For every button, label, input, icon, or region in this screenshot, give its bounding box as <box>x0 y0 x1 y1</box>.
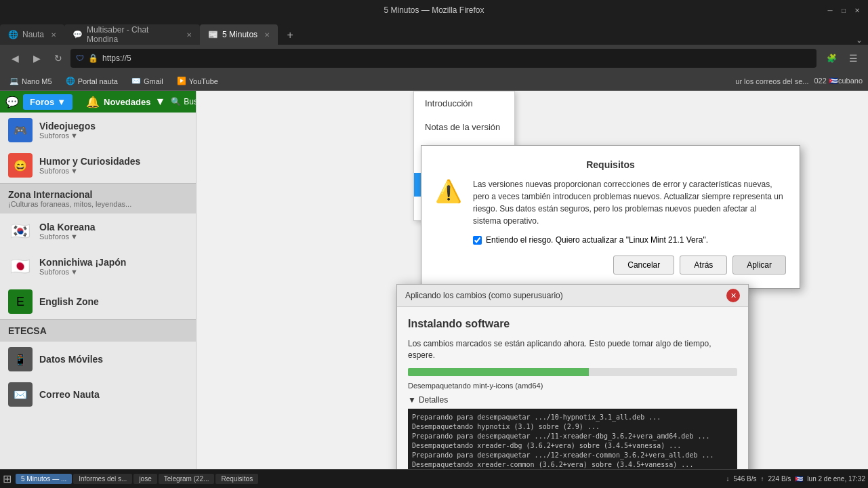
tab-multisaber-close[interactable]: ✕ <box>186 31 192 39</box>
konnichiwa-info: Konnichiwa ¡Japón Subforos ▼ <box>39 257 188 276</box>
url-text: https://5 <box>102 54 131 63</box>
page-content: Introducción Notas de la versión Caracte… <box>197 91 868 469</box>
datos-moviles-icon: 📱 <box>8 347 33 371</box>
details-chevron-icon: ▼ <box>408 395 416 405</box>
tab-overflow-button[interactable]: ⌄ <box>856 35 863 45</box>
english-zone-info: English Zone <box>39 296 188 307</box>
details-label: Detalles <box>419 395 448 405</box>
konnichiwa-title: Konnichiwa ¡Japón <box>39 257 188 268</box>
videojuegos-title: Videojuegos <box>39 121 188 131</box>
requisitos-apply-button[interactable]: Aplicar <box>732 256 786 274</box>
forward-button[interactable]: ▶ <box>27 49 46 68</box>
warning-icon: ⚠️ <box>435 178 462 245</box>
forum-icon: 💬 <box>5 96 19 108</box>
maximize-button[interactable]: □ <box>838 5 849 16</box>
forum-humor[interactable]: 😄 Humor y Curiosidades Subforos ▼ <box>0 148 196 183</box>
tab-5minutos-label: 5 Minutos <box>222 30 257 39</box>
forum-datos-moviles[interactable]: 📱 Datos Móviles <box>0 342 196 377</box>
ola-koreana-title: Ola Koreana <box>39 222 188 232</box>
requisitos-back-button[interactable]: Atrás <box>680 256 727 274</box>
bookmark-gmail[interactable]: ✉️ Gmail <box>127 75 167 87</box>
forum-toolbar: 💬 Foros ▼ 🔔 Novedades ▼ 🔍 Buscar <box>0 91 196 113</box>
forum-correo-nauta[interactable]: ✉️ Correo Nauta <box>0 377 196 412</box>
taskbar-apps-icon: ⊞ <box>3 472 12 485</box>
requisitos-dialog: Requisitos ⚠️ Las versiones nuevas propo… <box>421 145 800 289</box>
forum-english-zone[interactable]: E English Zone <box>0 284 196 319</box>
understand-checkbox[interactable] <box>473 236 482 245</box>
progress-bar-fill <box>408 368 589 376</box>
network-icon: ↓ <box>726 475 730 483</box>
reload-button[interactable]: ↻ <box>49 49 68 68</box>
tab-5minutos[interactable]: 📰 5 Minutos ✕ <box>200 24 278 45</box>
bookmark-nano-label: Nano M5 <box>22 77 52 85</box>
window-controls: ─ □ ✕ <box>825 5 863 16</box>
menu-button[interactable]: ☰ <box>844 49 863 68</box>
tab-nauta[interactable]: 🌐 Nauta ✕ <box>0 24 64 45</box>
taskbar-jose[interactable]: jose <box>133 474 157 484</box>
taskbar-informes[interactable]: Informes del s... <box>73 474 132 484</box>
close-window-button[interactable]: ✕ <box>852 5 863 16</box>
foros-label: Foros <box>30 97 54 107</box>
foros-button[interactable]: Foros ▼ <box>23 94 73 110</box>
bookmark-nano[interactable]: 💻 Nano M5 <box>5 75 56 87</box>
zona-internacional-header: Zona Internacional ¡Culturas foraneas, m… <box>0 183 196 214</box>
search-icon: 🔍 <box>171 97 181 106</box>
konnichiwa-flag: 🇯🇵 <box>8 254 33 279</box>
requisitos-cancel-button[interactable]: Cancelar <box>613 256 674 274</box>
bookmark-portal-label: Portal nauta <box>78 77 118 85</box>
forum-videojuegos[interactable]: 🎮 Videojuegos Subforos ▼ <box>0 113 196 148</box>
firefox-window: 5 Minutos — Mozilla Firefox ─ □ ✕ 🌐 Naut… <box>0 0 868 488</box>
tab-multisaber-label: Multisaber - Chat Mondina <box>87 25 180 44</box>
zona-internacional-title: Zona Internacional <box>8 189 188 200</box>
tab-nauta-label: Nauta <box>22 30 44 39</box>
humor-info: Humor y Curiosidades Subforos ▼ <box>39 156 188 175</box>
minimize-button[interactable]: ─ <box>825 5 835 16</box>
taskbar-requisitos[interactable]: Requisitos <box>215 474 258 484</box>
tab-bar: 🌐 Nauta ✕ 💬 Multisaber - Chat Mondina ✕ … <box>0 20 868 45</box>
humor-subforos: Subforos ▼ <box>39 167 188 175</box>
details-log[interactable]: Preparando para desempaquetar .../10-hyp… <box>408 409 737 469</box>
bookmark-portal[interactable]: 🌐 Portal nauta <box>62 75 122 87</box>
taskbar-system: ↓ 546 B/s ↑ 224 B/s 🇨🇺 lun 2 de ene, 17:… <box>726 475 865 483</box>
toolbar-icons: 🧩 ☰ <box>822 49 863 68</box>
videojuegos-subforos: Subforos ▼ <box>39 131 188 140</box>
taskbar-5minutos[interactable]: 5 Minutos — ... <box>16 474 72 484</box>
tab-5minutos-icon: 📰 <box>208 30 218 39</box>
install-dialog: Aplicando los cambios (como superusuario… <box>396 284 749 469</box>
requisitos-text: Las versiones nuevas proporcionan correc… <box>473 178 786 227</box>
forum-ola-koreana[interactable]: 🇰🇷 Ola Koreana Subforos ▼ <box>0 214 196 249</box>
novedades-icon: 🔔 <box>86 96 100 108</box>
taskbar: ⊞ 5 Minutos — ... Informes del s... jose… <box>0 469 868 488</box>
details-toggle-button[interactable]: ▼ Detalles <box>408 395 737 405</box>
extensions-button[interactable]: 🧩 <box>822 49 841 68</box>
humor-title: Humor y Curiosidades <box>39 156 188 167</box>
menu-introduccion[interactable]: Introducción <box>414 92 514 115</box>
tab-nauta-close[interactable]: ✕ <box>51 31 56 39</box>
address-bar[interactable]: 🛡 🔒 https://5 <box>70 49 817 68</box>
novedades-chevron: ▼ <box>154 96 165 108</box>
tab-multisaber-icon: 💬 <box>73 30 83 39</box>
back-button[interactable]: ◀ <box>5 49 24 68</box>
tab-5minutos-close[interactable]: ✕ <box>264 31 270 39</box>
foros-chevron: ▼ <box>57 97 66 107</box>
install-close-button[interactable]: ✕ <box>726 289 740 302</box>
konnichiwa-subforos: Subforos ▼ <box>39 268 188 276</box>
taskbar-telegram[interactable]: Telegram (22... <box>159 474 215 484</box>
install-header-title: Aplicando los cambios (como superusuario… <box>405 291 563 300</box>
bookmark-youtube[interactable]: ▶️ YouTube <box>173 75 222 87</box>
humor-icon: 😄 <box>8 153 33 178</box>
right-info-text: ur los correos del se... <box>735 77 808 85</box>
install-description: Los cambios marcados se están aplicando … <box>408 338 737 361</box>
checkbox-label: Entiendo el riesgo. Quiero actualizar a … <box>486 235 708 245</box>
menu-notas[interactable]: Notas de la versión <box>414 115 514 139</box>
datos-moviles-info: Datos Móviles <box>39 354 188 365</box>
cuba-extra: 022 🇨🇺cubano <box>814 77 863 85</box>
main-content: 💬 Foros ▼ 🔔 Novedades ▼ 🔍 Buscar <box>0 91 868 469</box>
datos-moviles-title: Datos Móviles <box>39 354 188 365</box>
progress-bar-background <box>408 368 737 376</box>
youtube-icon: ▶️ <box>177 77 186 85</box>
ola-koreana-subforos: Subforos ▼ <box>39 232 188 241</box>
forum-konnichiwa[interactable]: 🇯🇵 Konnichiwa ¡Japón Subforos ▼ <box>0 249 196 284</box>
new-tab-button[interactable]: + <box>281 26 299 45</box>
tab-multisaber[interactable]: 💬 Multisaber - Chat Mondina ✕ <box>64 24 200 45</box>
